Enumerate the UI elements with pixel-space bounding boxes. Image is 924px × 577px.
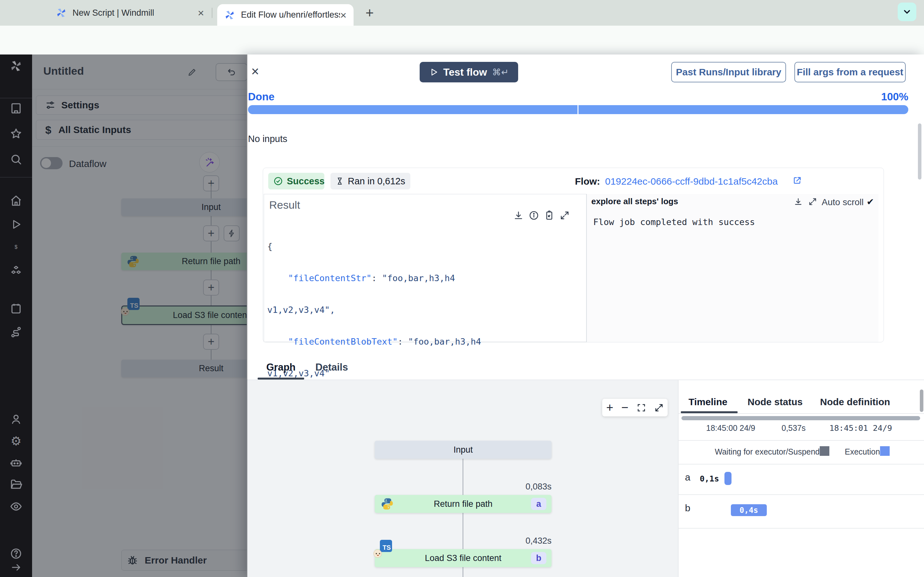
zoom-in-icon[interactable]: + [606,401,613,414]
browser-tabstrip: New Script | Windmill × Edit Flow u/henr… [0,0,924,26]
panel-divider [678,528,924,529]
past-runs-button[interactable]: Past Runs/Input library [671,62,786,82]
execution-bar-a[interactable] [724,472,732,485]
legend-waiting-swatch [820,446,829,456]
expand-icon[interactable] [559,210,570,221]
flow-editor-panel: Untitled Settings $ All Static Inputs Da… [32,55,247,577]
timeline-start-time: 18:45:00 24/9 [706,424,755,433]
graph-connector-line [463,459,463,495]
tab-graph[interactable]: Graph [266,362,296,373]
tab-close-icon[interactable]: × [340,10,347,21]
tab-title: New Script | Windmill [73,8,154,18]
logs-title: explore all steps' logs [591,197,678,206]
tab-close-icon[interactable]: × [198,7,204,18]
rail-divider [0,98,32,98]
step-duration: 0,432s [500,536,551,546]
runs-play-icon[interactable] [10,218,23,231]
panel-divider [678,440,924,441]
close-drawer-icon[interactable]: × [251,65,259,78]
workers-robot-icon[interactable] [10,456,23,469]
run-result-card: Success Ran in 0,612s Flow: 019224ec-066… [263,168,884,342]
info-icon[interactable] [529,210,539,221]
browser-tab-inactive[interactable]: New Script | Windmill × [48,0,212,26]
help-icon[interactable] [10,547,23,560]
graph-connector-line [463,567,463,577]
run-progress-percent: 100% [881,91,908,103]
graph-node-step-a[interactable]: Return file path a [375,495,551,513]
gear-icon[interactable]: ⚙ [10,435,23,448]
flow-graph-canvas[interactable]: + − Input 0,083s Return file path a 0,43… [247,380,678,577]
download-icon[interactable] [513,210,523,221]
graph-zoom-controls: + − [602,399,668,416]
browser-toolbar: app.windmill.dev/flows/edit/u/henri/effo… [0,26,924,55]
tab-node-definition[interactable]: Node definition [820,396,890,408]
flow-id-link[interactable]: 019224ec-0666-ccff-9dbd-1c1af5c42cba [605,176,778,187]
node-inspector-panel: Timeline Node status Node definition 18:… [678,380,924,577]
user-icon[interactable] [10,413,23,426]
timeline-end-time: 18:45:01 24/9 [829,424,892,433]
logs-panel: explore all steps' logs Auto scroll ✔ Fl… [586,194,879,342]
timeline-row-id: b [685,503,690,514]
favorites-star-icon[interactable] [10,127,23,140]
audit-eye-icon[interactable] [10,500,23,513]
zoom-out-icon[interactable]: − [622,401,628,414]
result-json-panel: Result { "fileContentStr": "foo,bar,h3,h… [264,194,586,342]
duration-badge: Ran in 0,612s [330,173,410,189]
progress-step-tick [577,105,578,114]
scrollbar-thumb[interactable] [918,123,921,179]
fit-view-icon[interactable] [636,403,646,413]
app-root: New Script | Windmill × Edit Flow u/henr… [0,0,924,577]
schedules-calendar-icon[interactable] [10,302,23,315]
legend-execution-label: Execution [845,447,880,456]
folders-icon[interactable] [10,478,23,491]
status-badge-success: Success [268,173,325,189]
graph-node-input[interactable]: Input [375,441,551,459]
shortcut-hint: ⌘↵ [492,67,509,77]
graph-node-step-b[interactable]: TS Load S3 file content b [375,549,551,567]
variables-dollar-icon[interactable]: $ [10,241,23,253]
copy-clipboard-icon[interactable] [544,210,554,221]
tab-search-button[interactable] [898,3,916,21]
workspace-building-icon[interactable] [10,102,23,115]
test-flow-button[interactable]: Test flow ⌘↵ [420,62,518,82]
tab-timeline[interactable]: Timeline [688,396,727,408]
windmill-favicon-icon [224,10,235,21]
new-tab-button[interactable]: + [363,6,376,20]
step-duration: 0,083s [500,482,551,492]
timeline-total-duration: 0,537s [782,424,806,433]
external-link-icon[interactable] [792,176,802,185]
panel-divider [678,464,924,464]
expand-graph-icon[interactable] [654,403,664,413]
auto-scroll-label[interactable]: Auto scroll [822,197,864,207]
modal-dim-overlay [32,55,247,577]
checkmark-icon[interactable]: ✔ [867,197,874,207]
tab-title: Edit Flow u/henri/effortless_fl [241,10,340,20]
tab-details[interactable]: Details [315,362,348,373]
windmill-logo-icon[interactable] [10,60,23,73]
timeline-range-bar[interactable] [682,416,920,420]
search-icon[interactable] [10,153,23,166]
expand-arrow-right-icon[interactable] [10,561,23,574]
scrollbar-thumb[interactable] [920,390,923,412]
graph-connector-line [463,513,463,549]
browser-tab-active[interactable]: Edit Flow u/henri/effortless_fl × [217,4,354,26]
chevron-down-icon [902,7,912,17]
check-circle-icon [273,176,283,186]
app-sidebar-rail: $ ⚙ [0,55,32,577]
result-title: Result [269,199,300,211]
step-id-badge: b [531,552,546,564]
windmill-favicon-icon [56,7,67,18]
home-icon[interactable] [10,194,23,207]
execution-bar-b[interactable]: 0,4s [731,504,767,516]
expand-icon[interactable] [808,197,817,206]
fill-args-button[interactable]: Fill args from a request [795,62,906,82]
legend-waiting-label: Waiting for executor/Suspend [715,447,820,456]
run-status-label: Done [248,91,275,103]
routes-icon[interactable] [10,326,23,338]
flow-id-label: Flow: [575,176,600,187]
tab-node-status[interactable]: Node status [748,396,803,408]
download-icon[interactable] [794,197,803,206]
tab-divider [212,8,212,18]
hourglass-icon [336,177,344,185]
resources-cubes-icon[interactable] [10,264,23,277]
